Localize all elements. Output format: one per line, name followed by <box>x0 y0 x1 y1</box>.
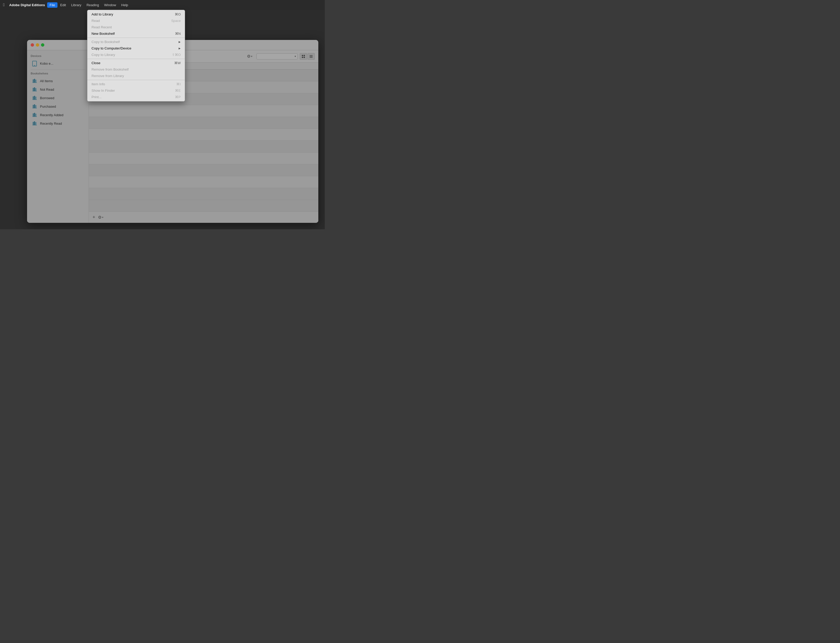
menubar-file[interactable]: File <box>47 2 58 8</box>
remove-from-library-label: Remove from Library <box>92 74 181 78</box>
menu-new-bookshelf[interactable]: New Bookshelf ⌘N <box>87 30 185 37</box>
copy-to-computer-label: Copy to Computer/Device <box>92 46 179 50</box>
menu-close[interactable]: Close ⌘W <box>87 60 185 66</box>
print-label: Print... <box>92 95 175 99</box>
print-shortcut: ⌘P <box>175 95 181 99</box>
read-recent-label: Read Recent <box>92 25 181 29</box>
menu-copy-to-bookshelf: Copy to Bookshelf ▶ <box>87 39 185 45</box>
copy-to-bookshelf-arrow-icon: ▶ <box>179 41 181 43</box>
menubar-reading[interactable]: Reading <box>84 2 101 8</box>
item-info-shortcut: ⌘I <box>176 82 181 86</box>
app-name: Adobe Digital Editions <box>9 3 45 7</box>
menubar:  Adobe Digital Editions File Edit Libra… <box>0 0 325 10</box>
file-dropdown-menu: Add to Library ⌘O Read Space Read Recent… <box>87 10 185 101</box>
copy-to-bookshelf-label: Copy to Bookshelf <box>92 40 179 44</box>
menu-remove-from-bookshelf: Remove from Bookshelf <box>87 66 185 73</box>
show-in-finder-label: Show In Finder <box>92 89 175 93</box>
copy-to-library-shortcut: ⇧⌘O <box>172 53 181 57</box>
menu-read: Read Space <box>87 18 185 24</box>
menu-item-info: Item Info ⌘I <box>87 81 185 87</box>
new-bookshelf-shortcut: ⌘N <box>175 32 181 36</box>
new-bookshelf-label: New Bookshelf <box>92 32 175 36</box>
menubar-window[interactable]: Window <box>101 2 119 8</box>
item-info-label: Item Info <box>92 82 176 86</box>
read-label: Read <box>92 19 171 23</box>
read-shortcut: Space <box>171 19 181 23</box>
copy-to-library-label: Copy to Library <box>92 53 172 57</box>
apple-logo-icon[interactable]:  <box>3 3 5 7</box>
close-shortcut: ⌘W <box>174 61 181 65</box>
menu-add-to-library[interactable]: Add to Library ⌘O <box>87 11 185 18</box>
copy-to-computer-arrow-icon: ▶ <box>179 47 181 50</box>
menubar-edit[interactable]: Edit <box>57 2 68 8</box>
add-to-library-shortcut: ⌘O <box>175 12 181 16</box>
menu-separator-1 <box>87 38 185 38</box>
add-to-library-label: Add to Library <box>92 12 175 16</box>
close-label: Close <box>92 61 174 65</box>
remove-from-bookshelf-label: Remove from Bookshelf <box>92 67 181 71</box>
menu-copy-to-computer[interactable]: Copy to Computer/Device ▶ <box>87 45 185 52</box>
menu-print: Print... ⌘P <box>87 94 185 100</box>
menu-remove-from-library: Remove from Library <box>87 73 185 79</box>
menu-read-recent: Read Recent <box>87 24 185 30</box>
menu-copy-to-library: Copy to Library ⇧⌘O <box>87 52 185 58</box>
menubar-library[interactable]: Library <box>69 2 84 8</box>
menu-show-in-finder: Show In Finder ⌘E <box>87 87 185 94</box>
menubar-help[interactable]: Help <box>119 2 131 8</box>
show-in-finder-shortcut: ⌘E <box>175 89 181 93</box>
menu-separator-2 <box>87 59 185 59</box>
